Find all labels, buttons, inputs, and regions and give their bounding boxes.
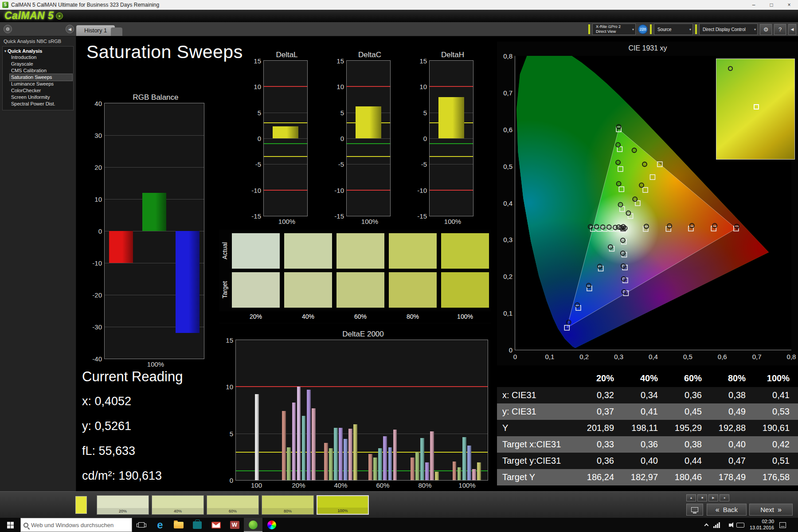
deltae-bar — [287, 447, 291, 480]
stop-icon[interactable]: ■ — [697, 494, 707, 501]
session-options-icon[interactable] — [4, 25, 12, 33]
play-icon[interactable]: ▶ — [708, 494, 718, 501]
help-button[interactable]: ? — [774, 24, 786, 35]
maximize-button[interactable]: □ — [763, 0, 780, 10]
delta-e-body: 151050 — [235, 340, 488, 481]
pattern-swatch-80[interactable]: 80% — [262, 495, 314, 515]
task-view-button[interactable] — [132, 518, 151, 532]
display-pattern-button[interactable] — [686, 504, 703, 516]
network-button[interactable] — [713, 522, 720, 528]
back-button[interactable]: « Back — [707, 504, 747, 516]
bar-100 — [438, 97, 465, 138]
table-col-header: 80% — [711, 373, 755, 383]
file-explorer-button[interactable] — [169, 518, 188, 532]
tree-root-label: Quick Analysis — [8, 48, 42, 54]
sidebar-item-grayscale[interactable]: Grayscale — [10, 61, 72, 67]
pattern-swatch-40[interactable]: 40% — [152, 495, 204, 515]
pattern-swatch-100[interactable]: 100% — [317, 495, 369, 515]
swatch-target-60 — [336, 272, 384, 308]
new-tab-stub[interactable] — [111, 27, 122, 36]
cie-x-tick: 0,2 — [579, 353, 589, 360]
table-cell: 0,42 — [755, 439, 798, 450]
sidebar-item-introduction[interactable]: Introduction — [10, 54, 72, 61]
gridline — [430, 164, 473, 164]
bar-green — [142, 193, 166, 231]
sidebar-item-screen-uniformity[interactable]: Screen Uniformity — [10, 94, 72, 101]
page-title: Saturation Sweeps — [86, 42, 243, 63]
tree-root-quick-analysis[interactable]: ▾ Quick Analysis — [4, 48, 72, 54]
calman-client-button[interactable] — [244, 518, 262, 532]
gridline — [264, 138, 307, 139]
logo-menu-button[interactable]: ▾ — [56, 12, 63, 20]
sidebar-item-saturation-sweeps[interactable]: Saturation Sweeps — [10, 74, 72, 81]
x-tick-label: 20% — [292, 481, 305, 489]
display-control-selector[interactable]: Direct Display Control ▾ — [699, 23, 758, 35]
window-controls: – □ × — [745, 0, 798, 10]
gridline — [236, 434, 488, 434]
chevron-down-icon: ▾ — [754, 27, 756, 31]
eject-icon[interactable]: ▲ — [686, 494, 696, 501]
store-button[interactable] — [188, 518, 207, 532]
y-tick-label: 0 — [89, 227, 102, 235]
record-icon[interactable]: ● — [720, 494, 729, 501]
deltae-bar — [297, 387, 301, 480]
y-tick-label: 10 — [414, 83, 427, 90]
mail-button[interactable] — [207, 518, 225, 532]
tray-overflow-button[interactable] — [705, 523, 708, 527]
x-tick-label: 80% — [418, 481, 431, 489]
cie-x-tick: 0,4 — [649, 353, 658, 360]
measured-point — [587, 283, 591, 288]
volume-button[interactable] — [725, 524, 731, 527]
collapse-sidebar-icon[interactable]: ◀ — [66, 25, 74, 33]
taskbar-search[interactable] — [20, 518, 132, 532]
start-button[interactable] — [0, 518, 20, 532]
expand-panel-button[interactable]: ◀ — [788, 24, 796, 35]
sidebar-item-luminance-sweeps[interactable]: Luminance Sweeps — [10, 81, 72, 87]
current-reading-y: y: 0,5261 — [82, 419, 183, 433]
deltae-bar — [420, 438, 424, 480]
deltae-bar — [302, 416, 306, 480]
next-button[interactable]: Next » — [749, 504, 793, 516]
y-tick-label: 5 — [248, 109, 261, 116]
settings-button[interactable]: ⚙ — [760, 24, 772, 35]
edge-button[interactable]: e — [151, 518, 169, 532]
close-button[interactable]: × — [780, 0, 798, 10]
cie-y-tick: 0,2 — [498, 273, 512, 280]
deltae-bar — [393, 430, 397, 480]
table-cell: 198,11 — [623, 423, 667, 433]
minimize-button[interactable]: – — [745, 0, 763, 10]
action-center-button[interactable] — [779, 522, 786, 528]
table-cell: 0,51 — [755, 456, 798, 466]
pattern-mini-swatch[interactable] — [75, 496, 87, 514]
deltae-bar — [477, 462, 481, 480]
meter-selector[interactable]: X-Rite i1Pro 2 Direct View ▾ — [592, 23, 636, 35]
gridline — [347, 164, 390, 164]
source-selector[interactable]: Source ▾ — [654, 23, 693, 35]
x-tick-label: 100% — [458, 481, 475, 489]
tab-history-1[interactable]: History 1 — [76, 25, 115, 36]
swatch-target-100 — [441, 272, 489, 308]
windows-taskbar: e W 02:30 13.01.2016 — [0, 518, 798, 532]
swatch-col-label: 20% — [250, 313, 262, 320]
pattern-swatch-20[interactable]: 20% — [97, 495, 149, 515]
measured-point — [667, 224, 672, 228]
sidebar-item-colorchecker[interactable]: ColorChecker — [10, 87, 72, 94]
measured-point — [616, 160, 620, 164]
reference-line — [264, 190, 307, 191]
toolbar: X-Rite i1Pro 2 Direct View ▾ 228 Source … — [588, 23, 796, 35]
back-chevron-icon: « — [716, 506, 720, 514]
word-button[interactable]: W — [225, 518, 244, 532]
taskbar-clock[interactable]: 02:30 13.01.2016 — [750, 519, 774, 531]
deltae-bar — [462, 437, 466, 480]
color-app-button[interactable] — [262, 518, 281, 532]
deltae-bar — [378, 448, 382, 480]
table-cell: 0,34 — [623, 390, 667, 400]
keyboard-button[interactable] — [736, 523, 744, 528]
measured-point — [616, 143, 620, 147]
gridline — [430, 138, 473, 139]
sidebar-item-spectral-power-dist[interactable]: Spectral Power Dist. — [10, 101, 72, 107]
sidebar-item-cms-calibration[interactable]: CMS Calibration — [10, 67, 72, 74]
search-input[interactable] — [31, 522, 129, 528]
table-cell: 0,38 — [667, 439, 711, 450]
pattern-swatch-60[interactable]: 60% — [207, 495, 259, 515]
